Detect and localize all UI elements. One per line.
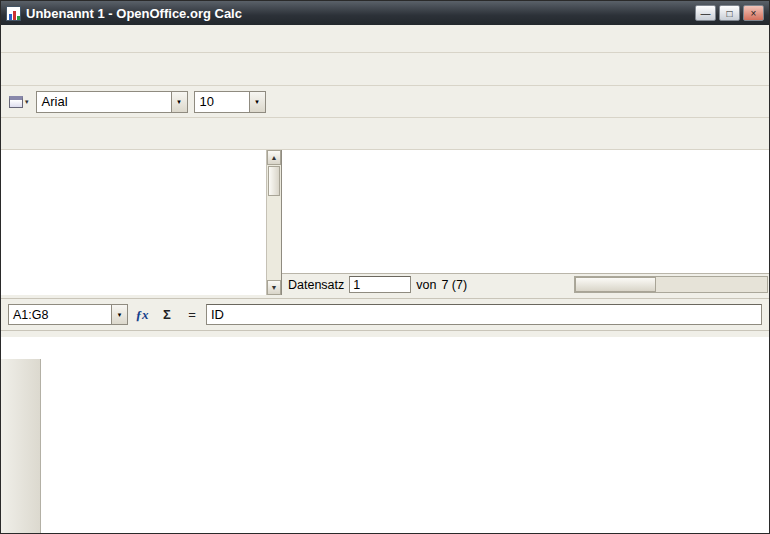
styles-icon — [9, 96, 23, 108]
scrollbar-thumb[interactable] — [575, 277, 656, 292]
styles-button[interactable]: ▾ — [6, 90, 32, 114]
table-data-toolbar — [1, 118, 769, 150]
record-label: Datensatz — [288, 278, 344, 292]
font-name-value: Arial — [37, 94, 171, 109]
function-wizard-button[interactable]: ƒx — [131, 304, 153, 325]
scroll-up-icon[interactable]: ▲ — [267, 150, 281, 165]
menu-bar — [1, 25, 769, 53]
name-box[interactable]: A1:G8 ▾ — [8, 304, 128, 325]
record-number-input[interactable] — [349, 276, 411, 293]
equals-button[interactable]: = — [181, 304, 203, 325]
data-grid-pane: Datensatz von 7 (7) — [282, 150, 769, 295]
font-name-combo[interactable]: Arial ▾ — [36, 91, 188, 113]
standard-toolbar — [1, 53, 769, 86]
title-bar[interactable]: Unbenannt 1 - OpenOffice.org Calc —□× — [1, 1, 769, 25]
scroll-down-icon[interactable]: ▼ — [267, 280, 281, 295]
record-navigator: Datensatz von 7 (7) — [282, 273, 769, 295]
font-size-combo[interactable]: 10 ▾ — [194, 91, 266, 113]
maximize-button[interactable]: □ — [719, 5, 740, 21]
record-total: 7 (7) — [441, 278, 467, 292]
data-grid — [282, 150, 769, 273]
row-header-remainder — [1, 359, 41, 533]
calc-app-icon — [6, 6, 21, 21]
formula-bar: A1:G8 ▾ ƒx Σ = — [1, 299, 769, 331]
window-title: Unbenannt 1 - OpenOffice.org Calc — [26, 6, 687, 21]
explorer-tree — [1, 150, 266, 295]
sheet-remainder — [1, 359, 769, 533]
formula-input[interactable] — [206, 304, 762, 325]
record-of-label: von — [416, 278, 436, 292]
scrollbar-thumb[interactable] — [268, 166, 280, 196]
column-headers — [1, 337, 769, 359]
name-box-value: A1:G8 — [9, 308, 111, 322]
window-controls: —□× — [692, 5, 764, 22]
font-size-value: 10 — [195, 94, 249, 109]
sum-button[interactable]: Σ — [156, 304, 178, 325]
data-source-view: ▲ ▼ Datensatz von 7 (7) — [1, 150, 769, 295]
grid-horizontal-scrollbar[interactable] — [574, 276, 768, 293]
data-source-explorer: ▲ ▼ — [1, 150, 282, 295]
cells-remainder — [41, 359, 769, 533]
chevron-down-icon[interactable]: ▾ — [171, 92, 187, 112]
spreadsheet — [1, 337, 769, 533]
chevron-down-icon[interactable]: ▾ — [249, 92, 265, 112]
explorer-scrollbar[interactable]: ▲ ▼ — [266, 150, 281, 295]
chevron-down-icon[interactable]: ▾ — [25, 98, 29, 106]
formatting-toolbar: ▾ Arial ▾ 10 ▾ — [1, 86, 769, 118]
scrollbar-track[interactable] — [267, 197, 281, 280]
minimize-button[interactable]: — — [695, 5, 716, 21]
application-window: Unbenannt 1 - OpenOffice.org Calc —□× ▾ … — [0, 0, 770, 534]
chevron-down-icon[interactable]: ▾ — [111, 305, 127, 324]
close-button[interactable]: × — [743, 5, 764, 21]
